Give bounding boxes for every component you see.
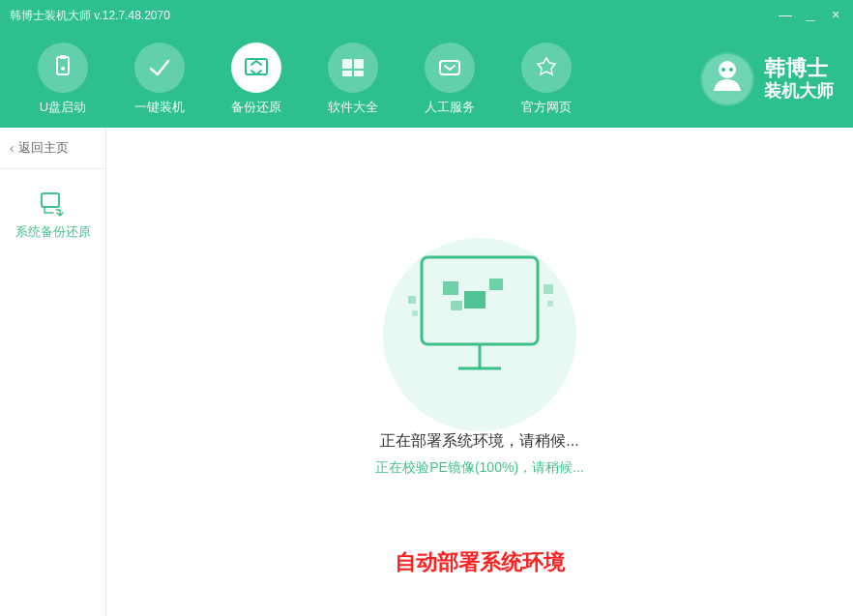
nav-item-website[interactable]: 官方网页	[503, 43, 590, 116]
back-label: 返回主页	[18, 139, 69, 157]
back-arrow-icon: ‹	[10, 140, 15, 156]
svg-rect-1	[60, 55, 66, 59]
logo-text: 韩博士 装机大师	[764, 56, 834, 103]
navbar: U盘启动 一键装机 备份还原	[0, 31, 853, 128]
nav-icon-software-wrap	[328, 43, 378, 93]
monitor-illustration	[373, 238, 586, 412]
svg-point-2	[61, 67, 65, 71]
nav-icon-udisk-wrap	[38, 43, 88, 93]
bottom-label: 自动部署系统环境	[395, 548, 565, 577]
sidebar-item-label: 系统备份还原	[15, 223, 91, 241]
status-sub-text: 正在校验PE镜像(100%)，请稍候...	[375, 459, 583, 477]
svg-rect-19	[464, 291, 485, 308]
logo-line2: 装机大师	[764, 81, 834, 103]
nav-item-udisk[interactable]: U盘启动	[19, 43, 106, 116]
nav-label-backup: 备份还原	[231, 99, 281, 116]
svg-point-12	[721, 68, 725, 72]
svg-rect-4	[342, 59, 352, 69]
back-button[interactable]: ‹ 返回主页	[0, 128, 105, 169]
nav-label-udisk: U盘启动	[40, 99, 86, 116]
nav-icon-backup-wrap	[231, 43, 281, 93]
svg-point-11	[719, 61, 736, 78]
monitor-svg	[373, 238, 586, 402]
nav-icon-service-wrap	[425, 43, 475, 93]
svg-rect-21	[451, 301, 462, 310]
backup-icon	[242, 53, 271, 82]
sidebar-item-backup[interactable]: 系统备份还原	[0, 169, 105, 250]
software-icon	[338, 53, 368, 82]
nav-icon-website-wrap	[521, 43, 572, 93]
nav-item-onekey[interactable]: 一键装机	[116, 43, 203, 116]
svg-rect-24	[547, 301, 553, 307]
website-icon	[532, 53, 561, 82]
svg-rect-20	[489, 279, 503, 290]
nav-items: U盘启动 一键装机 备份还原	[19, 43, 590, 116]
service-icon	[435, 53, 464, 82]
sidebar-backup-icon	[39, 189, 68, 218]
logo-icon	[698, 50, 756, 108]
udisk-icon	[48, 53, 77, 82]
svg-point-13	[729, 68, 733, 72]
nav-label-software: 软件大全	[328, 99, 378, 116]
svg-rect-23	[544, 284, 553, 294]
svg-rect-0	[57, 57, 69, 74]
svg-rect-5	[354, 59, 364, 69]
nav-icon-onekey-wrap	[134, 43, 185, 93]
nav-label-service: 人工服务	[425, 99, 475, 116]
titlebar: 韩博士装机大师 v.12.7.48.2070 — ＿ ×	[0, 0, 853, 31]
minimize-button[interactable]: —	[778, 7, 793, 24]
onekey-icon	[145, 53, 174, 82]
svg-rect-14	[42, 193, 59, 207]
logo: 韩博士 装机大师	[698, 50, 834, 108]
svg-rect-7	[354, 71, 364, 76]
svg-rect-18	[443, 281, 458, 295]
titlebar-controls: — ＿ ×	[778, 7, 843, 24]
nav-item-software[interactable]: 软件大全	[309, 43, 397, 116]
maximize-button[interactable]: ＿	[803, 7, 818, 24]
close-button[interactable]: ×	[828, 7, 843, 24]
nav-label-website: 官方网页	[521, 99, 572, 116]
svg-rect-22	[408, 296, 416, 304]
nav-item-backup[interactable]: 备份还原	[213, 43, 300, 116]
svg-rect-8	[440, 61, 459, 74]
svg-rect-6	[342, 71, 352, 76]
nav-label-onekey: 一键装机	[134, 99, 185, 116]
titlebar-title: 韩博士装机大师 v.12.7.48.2070	[10, 8, 170, 24]
content-area: 正在部署系统环境，请稍候... 正在校验PE镜像(100%)，请稍候... 自动…	[106, 128, 853, 616]
nav-item-service[interactable]: 人工服务	[406, 43, 493, 116]
svg-rect-25	[412, 310, 418, 316]
main-layout: ‹ 返回主页 系统备份还原	[0, 128, 853, 616]
status-main-text: 正在部署系统环境，请稍候...	[380, 431, 578, 452]
sidebar: ‹ 返回主页 系统备份还原	[0, 128, 106, 616]
logo-line1: 韩博士	[764, 56, 834, 81]
